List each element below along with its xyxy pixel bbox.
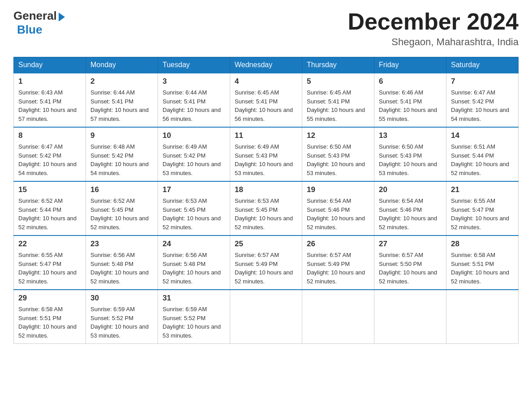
day-number: 15	[18, 185, 81, 194]
day-info: Sunrise: 6:52 AMSunset: 5:45 PMDaylight:…	[90, 197, 153, 231]
day-cell-4: 4Sunrise: 6:45 AMSunset: 5:41 PMDaylight…	[230, 73, 302, 127]
day-info: Sunrise: 6:49 AMSunset: 5:43 PMDaylight:…	[235, 142, 297, 177]
day-number: 30	[90, 294, 153, 303]
day-cell-20: 20Sunrise: 6:54 AMSunset: 5:46 PMDayligh…	[374, 181, 446, 235]
day-cell-11: 11Sunrise: 6:49 AMSunset: 5:43 PMDayligh…	[230, 127, 302, 181]
day-cell-15: 15Sunrise: 6:52 AMSunset: 5:44 PMDayligh…	[14, 181, 86, 235]
day-info: Sunrise: 6:56 AMSunset: 5:48 PMDaylight:…	[163, 251, 225, 286]
day-info: Sunrise: 6:50 AMSunset: 5:43 PMDaylight:…	[379, 142, 442, 177]
day-cell-6: 6Sunrise: 6:46 AMSunset: 5:41 PMDaylight…	[374, 73, 446, 127]
day-number: 25	[235, 240, 297, 248]
weekday-header-row: SundayMondayTuesdayWednesdayThursdayFrid…	[14, 57, 519, 73]
day-number: 18	[235, 185, 297, 194]
day-info: Sunrise: 6:54 AMSunset: 5:46 PMDaylight:…	[307, 197, 369, 231]
day-info: Sunrise: 6:50 AMSunset: 5:43 PMDaylight:…	[307, 142, 369, 177]
day-info: Sunrise: 6:53 AMSunset: 5:45 PMDaylight:…	[163, 197, 225, 231]
week-row-1: 1Sunrise: 6:43 AMSunset: 5:41 PMDaylight…	[14, 73, 519, 127]
day-number: 2	[90, 77, 153, 86]
day-cell-18: 18Sunrise: 6:53 AMSunset: 5:45 PMDayligh…	[230, 181, 302, 235]
day-info: Sunrise: 6:56 AMSunset: 5:48 PMDaylight:…	[90, 251, 153, 286]
day-number: 7	[451, 77, 514, 86]
day-info: Sunrise: 6:57 AMSunset: 5:49 PMDaylight:…	[307, 251, 369, 286]
day-cell-9: 9Sunrise: 6:48 AMSunset: 5:42 PMDaylight…	[86, 127, 158, 181]
week-row-3: 15Sunrise: 6:52 AMSunset: 5:44 PMDayligh…	[14, 181, 519, 235]
day-number: 1	[18, 77, 81, 86]
day-cell-3: 3Sunrise: 6:44 AMSunset: 5:41 PMDaylight…	[158, 73, 230, 127]
day-info: Sunrise: 6:53 AMSunset: 5:45 PMDaylight:…	[235, 197, 297, 231]
day-info: Sunrise: 6:47 AMSunset: 5:42 PMDaylight:…	[451, 88, 514, 123]
day-number: 13	[379, 131, 442, 140]
day-cell-29: 29Sunrise: 6:58 AMSunset: 5:51 PMDayligh…	[14, 290, 86, 344]
day-info: Sunrise: 6:45 AMSunset: 5:41 PMDaylight:…	[235, 88, 297, 123]
day-cell-19: 19Sunrise: 6:54 AMSunset: 5:46 PMDayligh…	[302, 181, 374, 235]
day-cell-26: 26Sunrise: 6:57 AMSunset: 5:49 PMDayligh…	[302, 235, 374, 290]
day-cell-14: 14Sunrise: 6:51 AMSunset: 5:44 PMDayligh…	[446, 127, 519, 181]
day-cell-24: 24Sunrise: 6:56 AMSunset: 5:48 PMDayligh…	[158, 235, 230, 290]
logo-general-text: General	[13, 9, 57, 23]
day-number: 29	[18, 294, 81, 303]
day-cell-17: 17Sunrise: 6:53 AMSunset: 5:45 PMDayligh…	[158, 181, 230, 235]
day-cell-22: 22Sunrise: 6:55 AMSunset: 5:47 PMDayligh…	[14, 235, 86, 290]
day-number: 31	[163, 294, 225, 303]
day-info: Sunrise: 6:58 AMSunset: 5:51 PMDaylight:…	[18, 305, 81, 340]
day-number: 22	[18, 240, 81, 248]
day-number: 19	[307, 185, 369, 194]
day-info: Sunrise: 6:58 AMSunset: 5:51 PMDaylight:…	[451, 251, 514, 286]
day-cell-13: 13Sunrise: 6:50 AMSunset: 5:43 PMDayligh…	[374, 127, 446, 181]
logo-arrow-icon	[59, 13, 65, 21]
day-number: 28	[451, 240, 514, 248]
day-number: 10	[163, 131, 225, 140]
day-info: Sunrise: 6:55 AMSunset: 5:47 PMDaylight:…	[451, 197, 514, 231]
day-cell-28: 28Sunrise: 6:58 AMSunset: 5:51 PMDayligh…	[446, 235, 519, 290]
day-number: 27	[379, 240, 442, 248]
day-info: Sunrise: 6:46 AMSunset: 5:41 PMDaylight:…	[379, 88, 442, 123]
day-cell-10: 10Sunrise: 6:49 AMSunset: 5:42 PMDayligh…	[158, 127, 230, 181]
day-number: 20	[379, 185, 442, 194]
calendar-table: SundayMondayTuesdayWednesdayThursdayFrid…	[13, 57, 519, 344]
day-number: 26	[307, 240, 369, 248]
day-number: 24	[163, 240, 225, 248]
logo-blue-text: Blue	[17, 23, 42, 37]
weekday-header-monday: Monday	[86, 57, 158, 73]
day-info: Sunrise: 6:43 AMSunset: 5:41 PMDaylight:…	[18, 88, 81, 123]
weekday-header-wednesday: Wednesday	[230, 57, 302, 73]
week-row-2: 8Sunrise: 6:47 AMSunset: 5:42 PMDaylight…	[14, 127, 519, 181]
day-cell-8: 8Sunrise: 6:47 AMSunset: 5:42 PMDaylight…	[14, 127, 86, 181]
week-row-5: 29Sunrise: 6:58 AMSunset: 5:51 PMDayligh…	[14, 290, 519, 344]
day-info: Sunrise: 6:47 AMSunset: 5:42 PMDaylight:…	[18, 142, 81, 177]
empty-cell	[446, 290, 519, 344]
day-number: 12	[307, 131, 369, 140]
logo: General Blue	[13, 9, 65, 37]
day-number: 5	[307, 77, 369, 86]
day-info: Sunrise: 6:48 AMSunset: 5:42 PMDaylight:…	[90, 142, 153, 177]
day-cell-16: 16Sunrise: 6:52 AMSunset: 5:45 PMDayligh…	[86, 181, 158, 235]
day-number: 4	[235, 77, 297, 86]
day-info: Sunrise: 6:54 AMSunset: 5:46 PMDaylight:…	[379, 197, 442, 231]
day-info: Sunrise: 6:44 AMSunset: 5:41 PMDaylight:…	[90, 88, 153, 123]
day-cell-23: 23Sunrise: 6:56 AMSunset: 5:48 PMDayligh…	[86, 235, 158, 290]
day-cell-12: 12Sunrise: 6:50 AMSunset: 5:43 PMDayligh…	[302, 127, 374, 181]
day-cell-30: 30Sunrise: 6:59 AMSunset: 5:52 PMDayligh…	[86, 290, 158, 344]
day-info: Sunrise: 6:55 AMSunset: 5:47 PMDaylight:…	[18, 251, 81, 286]
empty-cell	[230, 290, 302, 344]
weekday-header-sunday: Sunday	[14, 57, 86, 73]
day-number: 6	[379, 77, 442, 86]
day-info: Sunrise: 6:45 AMSunset: 5:41 PMDaylight:…	[307, 88, 369, 123]
location-text: Shegaon, Maharashtra, India	[348, 36, 519, 48]
weekday-header-saturday: Saturday	[446, 57, 519, 73]
day-info: Sunrise: 6:57 AMSunset: 5:50 PMDaylight:…	[379, 251, 442, 286]
weekday-header-friday: Friday	[374, 57, 446, 73]
day-cell-7: 7Sunrise: 6:47 AMSunset: 5:42 PMDaylight…	[446, 73, 519, 127]
day-info: Sunrise: 6:44 AMSunset: 5:41 PMDaylight:…	[163, 88, 225, 123]
weekday-header-thursday: Thursday	[302, 57, 374, 73]
page-header: General Blue December 2024 Shegaon, Maha…	[13, 9, 519, 48]
day-number: 16	[90, 185, 153, 194]
day-number: 14	[451, 131, 514, 140]
day-number: 8	[18, 131, 81, 140]
day-cell-31: 31Sunrise: 6:59 AMSunset: 5:52 PMDayligh…	[158, 290, 230, 344]
day-info: Sunrise: 6:49 AMSunset: 5:42 PMDaylight:…	[163, 142, 225, 177]
day-info: Sunrise: 6:57 AMSunset: 5:49 PMDaylight:…	[235, 251, 297, 286]
day-number: 11	[235, 131, 297, 140]
day-number: 21	[451, 185, 514, 194]
day-cell-5: 5Sunrise: 6:45 AMSunset: 5:41 PMDaylight…	[302, 73, 374, 127]
